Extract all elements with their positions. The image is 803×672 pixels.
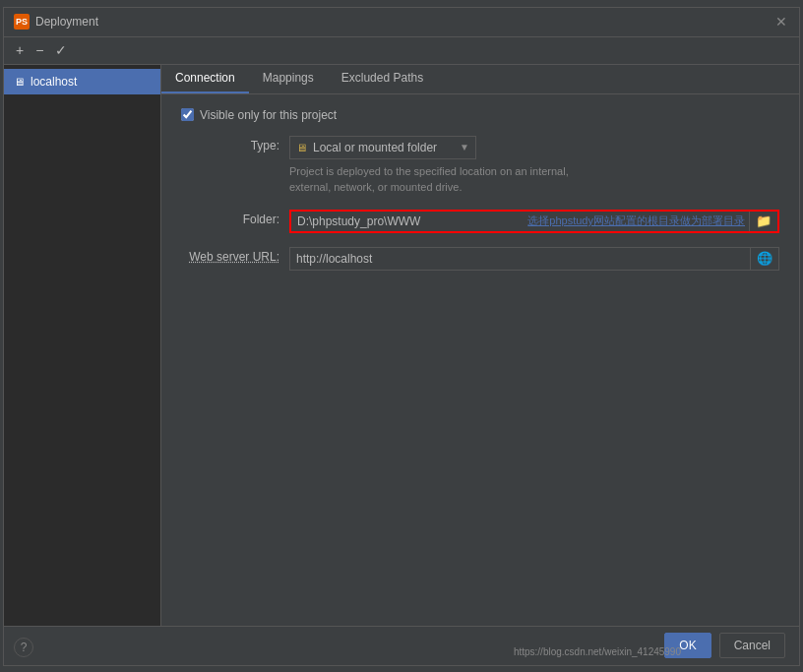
folder-annotation[interactable]: 选择phpstudy网站配置的根目录做为部署目录	[524, 214, 749, 228]
type-row: Type: 🖥 Local or mounted folder ▼ Projec…	[181, 136, 779, 196]
url-label: Web server URL:	[181, 247, 289, 264]
form-area: Visible only for this project Type: 🖥 Lo…	[161, 94, 799, 626]
folder-control: 选择phpstudy网站配置的根目录做为部署目录 📁	[289, 210, 779, 233]
sidebar-item-localhost[interactable]: 🖥 localhost	[4, 69, 160, 94]
close-button[interactable]: ✕	[773, 14, 789, 30]
server-icon: 🖥	[14, 76, 25, 88]
app-icon: PS	[14, 14, 30, 30]
remove-button[interactable]: −	[31, 41, 47, 59]
folder-input-wrapper: 选择phpstudy网站配置的根目录做为部署目录 📁	[289, 210, 779, 233]
help-button[interactable]: ?	[14, 638, 33, 657]
title-bar: PS Deployment ✕	[4, 8, 799, 37]
visible-checkbox[interactable]	[181, 108, 194, 121]
folder-label: Folder:	[181, 210, 289, 226]
url-browse-button[interactable]: 🌐	[750, 248, 778, 270]
folder-input[interactable]	[291, 214, 524, 228]
dialog-title: Deployment	[35, 15, 98, 29]
folder-icon: 🖥	[296, 142, 307, 153]
visible-checkbox-row: Visible only for this project	[181, 108, 779, 122]
dropdown-arrow-icon: ▼	[460, 142, 469, 153]
type-select[interactable]: 🖥 Local or mounted folder ▼	[289, 136, 476, 159]
dialog-footer: ? https://blog.csdn.net/weixin_41245990 …	[4, 626, 799, 665]
type-description: Project is deployed to the specified loc…	[289, 163, 779, 196]
tab-mappings[interactable]: Mappings	[249, 65, 328, 93]
add-button[interactable]: +	[12, 41, 28, 59]
cancel-button[interactable]: Cancel	[719, 633, 785, 658]
deployment-dialog: PS Deployment ✕ + − ✓ 🖥 localhost Connec…	[3, 7, 800, 666]
sidebar: 🖥 localhost	[4, 65, 161, 626]
url-input-wrapper: 🌐	[289, 247, 779, 271]
folder-browse-button[interactable]: 📁	[749, 212, 777, 231]
visible-checkbox-label: Visible only for this project	[200, 108, 337, 122]
content-area: Connection Mappings Excluded Paths Visib…	[161, 65, 799, 626]
type-select-text: Local or mounted folder	[313, 141, 454, 154]
confirm-button[interactable]: ✓	[51, 41, 71, 59]
tabs: Connection Mappings Excluded Paths	[161, 65, 799, 94]
toolbar: + − ✓	[4, 37, 799, 65]
main-content: 🖥 localhost Connection Mappings Excluded…	[4, 65, 799, 626]
url-input[interactable]	[290, 252, 750, 266]
tab-connection[interactable]: Connection	[161, 65, 249, 93]
tab-excluded-paths[interactable]: Excluded Paths	[328, 65, 437, 93]
title-bar-left: PS Deployment	[14, 14, 98, 30]
folder-row: Folder: 选择phpstudy网站配置的根目录做为部署目录 📁	[181, 210, 779, 233]
type-label: Type:	[181, 136, 289, 153]
footer-url: https://blog.csdn.net/weixin_41245990	[514, 646, 681, 657]
type-control: 🖥 Local or mounted folder ▼ Project is d…	[289, 136, 779, 196]
url-row: Web server URL: 🌐	[181, 247, 779, 271]
sidebar-item-label: localhost	[31, 75, 77, 89]
url-control: 🌐	[289, 247, 779, 271]
